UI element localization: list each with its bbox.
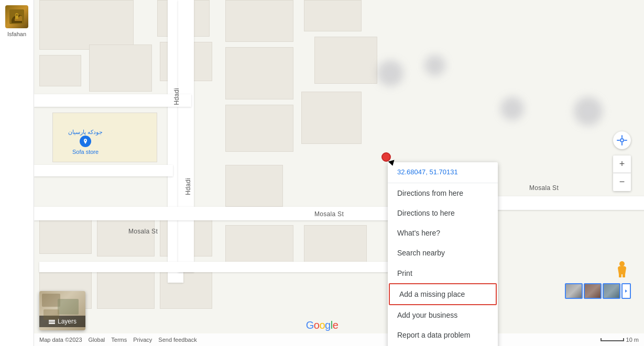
- global-link[interactable]: Global: [89, 337, 105, 343]
- print-item[interactable]: Print: [388, 263, 498, 283]
- streetview-thumb-3: [603, 283, 620, 299]
- send-feedback-link[interactable]: Send feedback: [158, 337, 197, 343]
- location-pin: [381, 152, 391, 162]
- map-block: [225, 47, 293, 99]
- map-block: [314, 37, 377, 84]
- hdadi-label-1: Hdadi: [173, 88, 180, 105]
- zoom-in-button[interactable]: +: [613, 155, 631, 173]
- map-block: [39, 0, 134, 50]
- map-block: [225, 105, 293, 152]
- store-name-fa: جودکه پارسیان: [68, 128, 103, 136]
- scale-bar: 10 m: [601, 337, 639, 343]
- search-nearby-item[interactable]: Search nearby: [388, 243, 498, 263]
- svg-rect-12: [619, 274, 621, 277]
- scale-text: 10 m: [626, 337, 639, 343]
- terms-link[interactable]: Terms: [111, 337, 127, 343]
- store-name-en: Sofa store: [68, 148, 103, 155]
- mosala-st-label-3: Mosala St: [128, 228, 158, 235]
- layers-button[interactable]: Layers: [39, 291, 85, 330]
- google-g2: g: [325, 319, 331, 331]
- google-o2: o: [319, 319, 325, 331]
- map-block: [304, 0, 362, 31]
- zoom-out-button[interactable]: −: [613, 173, 631, 191]
- streetview-expand[interactable]: [621, 283, 631, 299]
- streetview-thumb-2: [584, 283, 602, 299]
- map-container[interactable]: Mosala St Mosala St Hdadi Hdadi Mosala S…: [0, 0, 644, 346]
- bottom-bar: Map data ©2023 Global Terms Privacy Send…: [34, 333, 644, 346]
- map-block: [39, 55, 81, 86]
- sidebar: Isfahan: [0, 0, 34, 346]
- map-block: [97, 215, 155, 256]
- report-problem-item[interactable]: Report a data problem: [388, 325, 498, 345]
- whats-here-item[interactable]: What's here?: [388, 223, 498, 243]
- google-logo: Google: [306, 319, 339, 331]
- google-o1: o: [314, 319, 320, 331]
- map-block: [225, 0, 293, 42]
- map-block: [39, 215, 92, 254]
- map-indicator: [377, 60, 403, 86]
- directions-from-item[interactable]: Directions from here: [388, 183, 498, 203]
- mosala-st-label-1: Mosala St: [314, 210, 344, 218]
- map-block: [301, 92, 362, 144]
- streetview-layer: [565, 283, 631, 299]
- streetview-thumb-1: [565, 283, 583, 299]
- cross-road-2: [34, 165, 173, 176]
- svg-point-11: [619, 261, 625, 266]
- mosala-road-right: [498, 196, 644, 210]
- mosala-st-label-2: Mosala St: [529, 184, 559, 192]
- map-block: [89, 44, 152, 92]
- scale-line: [601, 338, 624, 341]
- google-e: e: [333, 319, 339, 331]
- directions-to-item[interactable]: Directions to here: [388, 203, 498, 223]
- map-block: [225, 165, 283, 207]
- map-indicator: [424, 55, 445, 76]
- map-indicator: [574, 97, 603, 126]
- store-icon: [80, 136, 91, 147]
- isfahan-label: Isfahan: [7, 31, 26, 37]
- bottom-road: [39, 262, 396, 272]
- svg-rect-2: [16, 14, 18, 16]
- map-indicator: [500, 97, 524, 120]
- layers-inner: Layers: [39, 291, 85, 330]
- hdadi-label-2: Hdadi: [184, 178, 192, 195]
- svg-rect-13: [623, 274, 625, 277]
- map-block: [97, 267, 155, 309]
- isfahan-thumbnail[interactable]: [5, 5, 28, 28]
- hdadi-road: [178, 0, 194, 272]
- google-g: G: [306, 319, 314, 331]
- add-business-item[interactable]: Add your business: [388, 305, 498, 325]
- map-data-text: Map data ©2023: [39, 337, 82, 343]
- add-missing-place-item[interactable]: Add a missing place: [389, 283, 497, 305]
- cross-road: [34, 94, 191, 107]
- store-label: جودکه پارسیان Sofa store: [68, 128, 103, 156]
- coordinates-item[interactable]: 32.68047, 51.70131: [388, 162, 498, 183]
- privacy-link[interactable]: Privacy: [133, 337, 152, 343]
- pegman-button[interactable]: [613, 260, 631, 278]
- locate-me-button[interactable]: [613, 131, 631, 149]
- map-controls: + −: [613, 155, 631, 191]
- svg-point-6: [620, 139, 624, 142]
- context-menu: 32.68047, 51.70131 Directions from here …: [388, 162, 498, 346]
